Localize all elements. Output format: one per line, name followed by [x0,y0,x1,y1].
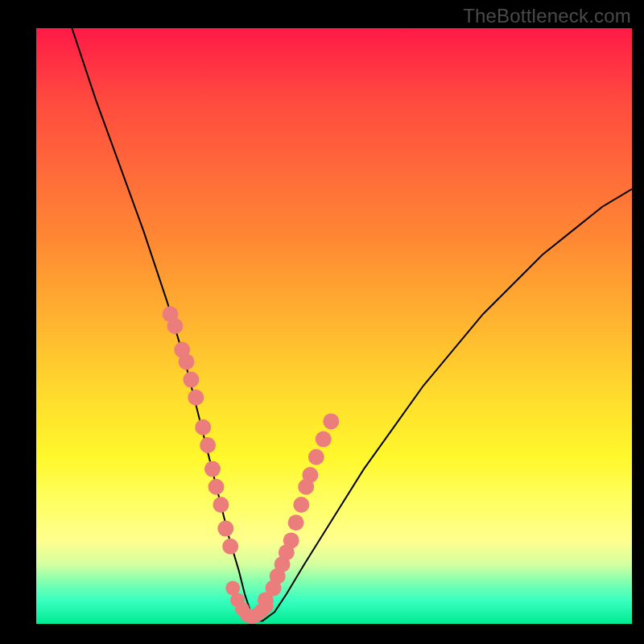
watermark-text: TheBottleneck.com [463,5,631,27]
data-marker [195,419,211,436]
data-marker [222,539,238,555]
data-marker [179,353,195,369]
data-marker [204,461,221,477]
marker-cluster-right [258,413,339,608]
data-marker [217,521,233,537]
plot-area [36,28,632,624]
chart-overlay [36,28,632,624]
chart-frame: TheBottleneck.com [0,0,644,644]
marker-cluster-left [163,306,239,555]
data-marker [288,514,304,530]
data-marker [208,479,225,495]
data-marker [188,390,204,406]
data-marker [183,372,199,388]
data-marker [308,449,324,465]
data-marker [302,467,318,483]
data-marker [200,437,216,453]
data-marker [316,431,332,448]
data-marker [323,413,339,429]
bottleneck-curve [72,28,632,621]
data-marker [167,318,183,334]
data-marker [259,599,274,613]
data-marker [283,532,299,548]
data-marker [213,497,229,513]
curve-path [72,28,632,621]
data-marker [293,497,309,513]
